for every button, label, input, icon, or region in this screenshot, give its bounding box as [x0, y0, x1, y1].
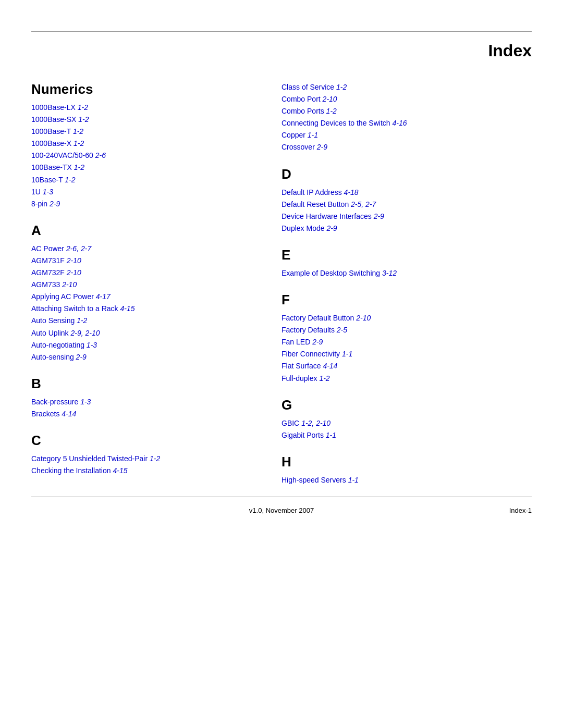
bottom-rule	[31, 497, 532, 497]
section-heading: H	[282, 454, 511, 470]
index-link[interactable]: Applying AC Power 4-17	[31, 291, 250, 303]
index-link[interactable]: Factory Default Button 2-10	[282, 312, 511, 324]
index-link[interactable]: Gigabit Ports 1-1	[282, 429, 511, 441]
section-heading: A	[31, 223, 250, 239]
index-link[interactable]: Class of Service 1-2	[282, 81, 511, 93]
index-section: BBack-pressure 1-3Brackets 4-14	[31, 376, 250, 420]
index-section: HHigh-speed Servers 1-1	[282, 454, 511, 486]
index-link[interactable]: Default IP Address 4-18	[282, 187, 511, 199]
index-section: EExample of Desktop Switching 3-12	[282, 247, 511, 279]
index-section: AAC Power 2-6, 2-7AGM731F 2-10AGM732F 2-…	[31, 223, 250, 363]
index-link[interactable]: Default Reset Button 2-5, 2-7	[282, 199, 511, 211]
content-area: Numerics 1000Base-LX 1-21000Base-SX 1-21…	[0, 76, 563, 486]
index-section: Class of Service 1-2Combo Port 2-10Combo…	[282, 81, 511, 154]
footer-page: Index-1	[509, 507, 532, 514]
index-link[interactable]: Auto-negotiating 1-3	[31, 339, 250, 351]
index-section: CCategory 5 Unshielded Twisted-Pair 1-2C…	[31, 433, 250, 477]
index-link[interactable]: 1000Base-T 1-2	[31, 126, 250, 138]
index-link[interactable]: 8-pin 2-9	[31, 198, 250, 210]
index-link[interactable]: Combo Ports 1-2	[282, 105, 511, 117]
index-link[interactable]: Flat Surface 4-14	[282, 360, 511, 372]
numerics-heading: Numerics	[31, 81, 250, 97]
index-link[interactable]: Brackets 4-14	[31, 408, 250, 420]
section-heading: E	[282, 247, 511, 263]
section-heading: D	[282, 166, 511, 182]
index-link[interactable]: 1000Base-X 1-2	[31, 138, 250, 150]
index-link[interactable]: Full-duplex 1-2	[282, 373, 511, 385]
index-link[interactable]: Combo Port 2-10	[282, 93, 511, 105]
left-column: Numerics 1000Base-LX 1-21000Base-SX 1-21…	[31, 76, 271, 486]
index-link[interactable]: 100-240VAC/50-60 2-6	[31, 150, 250, 162]
index-link[interactable]: Checking the Installation 4-15	[31, 465, 250, 477]
section-heading: B	[31, 376, 250, 392]
section-heading: C	[31, 433, 250, 449]
right-column: Class of Service 1-2Combo Port 2-10Combo…	[271, 76, 511, 486]
index-link[interactable]: Duplex Mode 2-9	[282, 223, 511, 235]
index-link[interactable]: GBIC 1-2, 2-10	[282, 417, 511, 429]
index-link[interactable]: Attaching Switch to a Rack 4-15	[31, 303, 250, 315]
index-link[interactable]: 1000Base-LX 1-2	[31, 102, 250, 114]
index-link[interactable]: Device Hardware Interfaces 2-9	[282, 211, 511, 223]
section-heading: G	[282, 397, 511, 413]
index-link[interactable]: Crossover 2-9	[282, 141, 511, 153]
page: Index Numerics 1000Base-LX 1-21000Base-S…	[0, 31, 563, 728]
index-link[interactable]: AC Power 2-6, 2-7	[31, 243, 250, 255]
index-link[interactable]: Auto-sensing 2-9	[31, 351, 250, 363]
index-section: GGBIC 1-2, 2-10Gigabit Ports 1-1	[282, 397, 511, 441]
index-link[interactable]: Connecting Devices to the Switch 4-16	[282, 117, 511, 129]
index-link[interactable]: Copper 1-1	[282, 129, 511, 141]
index-link[interactable]: High-speed Servers 1-1	[282, 474, 511, 486]
index-link[interactable]: Auto Uplink 2-9, 2-10	[31, 327, 250, 339]
index-link[interactable]: 10Base-T 1-2	[31, 174, 250, 186]
footer: v1.0, November 2007 Index-1	[0, 502, 563, 519]
section-heading: F	[282, 292, 511, 308]
footer-version: v1.0, November 2007	[249, 507, 314, 514]
index-link[interactable]: Fiber Connectivity 1-1	[282, 348, 511, 360]
index-link[interactable]: Auto Sensing 1-2	[31, 315, 250, 327]
index-link[interactable]: AGM733 2-10	[31, 279, 250, 291]
index-section: FFactory Default Button 2-10Factory Defa…	[282, 292, 511, 385]
index-link[interactable]: 1000Base-SX 1-2	[31, 114, 250, 126]
index-link[interactable]: 1U 1-3	[31, 186, 250, 198]
index-link[interactable]: 100Base-TX 1-2	[31, 162, 250, 174]
index-link[interactable]: Back-pressure 1-3	[31, 396, 250, 408]
index-link[interactable]: Category 5 Unshielded Twisted-Pair 1-2	[31, 453, 250, 465]
index-link[interactable]: AGM732F 2-10	[31, 267, 250, 279]
index-link[interactable]: Example of Desktop Switching 3-12	[282, 267, 511, 279]
index-link[interactable]: Fan LED 2-9	[282, 336, 511, 348]
page-title: Index	[0, 32, 563, 76]
index-section: DDefault IP Address 4-18Default Reset Bu…	[282, 166, 511, 235]
index-link[interactable]: AGM731F 2-10	[31, 255, 250, 267]
numerics-section: 1000Base-LX 1-21000Base-SX 1-21000Base-T…	[31, 102, 250, 210]
index-link[interactable]: Factory Defaults 2-5	[282, 324, 511, 336]
